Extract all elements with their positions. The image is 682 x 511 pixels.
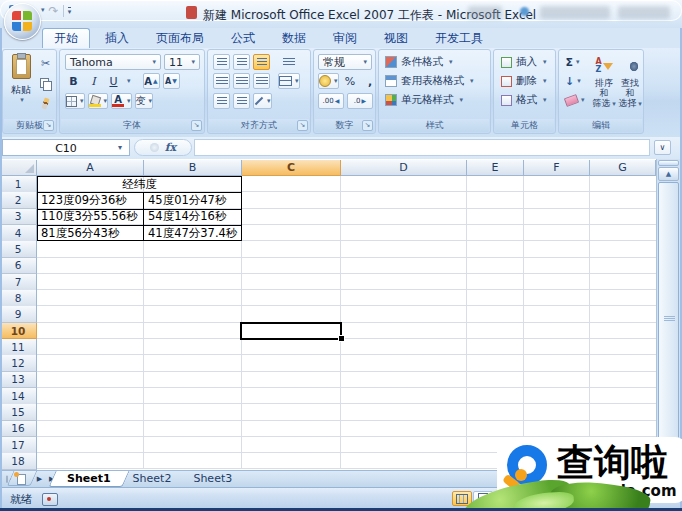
sort-filter-label2: 筛选 xyxy=(592,98,610,108)
paste-button[interactable]: 粘贴 ▾ xyxy=(6,54,36,118)
delete-cells-icon xyxy=(501,76,512,87)
increase-indent-button[interactable] xyxy=(233,93,250,109)
dropdown-icon: ▾ xyxy=(152,59,156,66)
expand-formula-bar-button[interactable]: ∨ xyxy=(654,140,671,155)
undo-dropdown-icon[interactable]: ▾ xyxy=(41,7,45,14)
vertical-scroll-thumb[interactable] xyxy=(658,182,679,454)
cut-button[interactable]: ✂ xyxy=(37,55,54,71)
increase-decimal-button[interactable]: .00◀ xyxy=(318,93,344,109)
borders-button[interactable]: ▾ xyxy=(65,93,85,109)
shrink-font-icon: A xyxy=(165,77,171,86)
customize-qat-icon[interactable]: ▾ xyxy=(68,7,72,15)
number-format-select[interactable]: 常规▾ xyxy=(318,54,372,70)
paste-icon xyxy=(12,54,31,79)
ribbon-tab-2[interactable]: 插入 xyxy=(93,28,141,49)
align-center-button[interactable] xyxy=(233,73,250,89)
format-painter-button[interactable] xyxy=(37,95,54,111)
ribbon-tab-8[interactable]: 开发工具 xyxy=(423,28,495,49)
office-logo-icon xyxy=(12,11,32,31)
format-cells-button[interactable]: 格式▾ xyxy=(501,92,547,108)
find-select-label2: 选择 xyxy=(618,98,636,108)
decrease-indent-button[interactable] xyxy=(213,93,230,109)
dropdown-icon: ▾ xyxy=(577,78,581,85)
wrap-text-button[interactable] xyxy=(280,54,297,70)
font-color-button[interactable]: A▾ xyxy=(111,93,132,109)
sheet-tab-Sheet3[interactable]: Sheet3 xyxy=(178,471,247,487)
cell-styles-button[interactable]: 单元格样式▾ xyxy=(385,92,463,108)
sheet-tab-Sheet1[interactable]: Sheet1 xyxy=(52,471,126,487)
qat-separator xyxy=(63,5,64,17)
fill-color-button[interactable]: ▾ xyxy=(88,93,109,109)
chevron-down-icon: ∨ xyxy=(660,143,666,152)
cell-styles-icon xyxy=(385,94,397,106)
sort-filter-button[interactable]: AZ 排序和 筛选▾ xyxy=(591,54,617,108)
ribbon-tab-3[interactable]: 页面布局 xyxy=(144,28,216,49)
increase-font-button[interactable]: A▲ xyxy=(143,73,160,89)
percent-button[interactable]: % xyxy=(342,73,359,89)
decrease-decimal-button[interactable]: .0▶ xyxy=(347,93,373,109)
styles-group-label: 样式 xyxy=(380,119,489,132)
merge-center-button[interactable]: ▾ xyxy=(278,73,300,89)
name-box-dropdown-icon[interactable]: ▾ xyxy=(118,143,122,152)
phonetic-button[interactable]: 变▾ xyxy=(135,93,154,109)
underline-button[interactable]: U xyxy=(105,73,122,89)
ribbon-tab-1[interactable]: 开始 xyxy=(42,28,90,49)
format-as-table-label: 套用表格格式 xyxy=(401,74,464,88)
align-top-button[interactable] xyxy=(213,54,230,70)
scroll-up-button[interactable]: ▲ xyxy=(658,167,679,181)
insert-function-button[interactable]: fx xyxy=(165,141,176,154)
ribbon-tab-5[interactable]: 数据 xyxy=(270,28,318,49)
comma-button[interactable]: , xyxy=(362,73,379,89)
clipboard-dialog-launcher[interactable]: ↘ xyxy=(43,120,54,131)
orientation-button[interactable]: ▾ xyxy=(253,93,272,109)
clear-button[interactable]: ▾ xyxy=(564,92,586,108)
number-dialog-launcher[interactable]: ↘ xyxy=(362,120,373,131)
alignment-dialog-launcher[interactable]: ↘ xyxy=(297,120,308,131)
paste-label: 粘贴 xyxy=(11,83,31,97)
vertical-split-handle[interactable] xyxy=(658,160,679,166)
align-left-icon xyxy=(216,77,228,86)
align-right-button[interactable] xyxy=(253,73,270,89)
align-middle-button[interactable] xyxy=(233,54,250,70)
redo-icon: ↷ xyxy=(49,5,59,17)
fill-button[interactable]: ↓▾ xyxy=(564,73,582,89)
select-all-corner[interactable] xyxy=(0,160,37,176)
dropdown-icon: ▾ xyxy=(638,100,642,108)
delete-cells-button[interactable]: 删除▾ xyxy=(501,73,547,89)
macro-record-icon[interactable] xyxy=(42,493,58,506)
find-select-button[interactable]: 查找和 选择▾ xyxy=(617,54,643,108)
insert-cells-button[interactable]: 插入▾ xyxy=(501,54,547,70)
font-dialog-launcher[interactable]: ↘ xyxy=(191,120,202,131)
eraser-icon xyxy=(564,94,579,107)
ribbon-tab-7[interactable]: 视图 xyxy=(372,28,420,49)
font-family-select[interactable]: Tahoma▾ xyxy=(65,54,161,70)
cut-icon: ✂ xyxy=(41,57,50,70)
font-size-select[interactable]: 11▾ xyxy=(164,54,200,70)
format-as-table-button[interactable]: 套用表格格式▾ xyxy=(385,73,474,89)
worksheet-area[interactable] xyxy=(2,159,656,470)
currency-button[interactable]: ▾ xyxy=(318,73,339,89)
grow-font-icon: A xyxy=(144,76,152,87)
align-bottom-button[interactable] xyxy=(253,54,270,70)
styles-group: 条件格式▾ 套用表格格式▾ 单元格样式▾ 样式 xyxy=(378,49,491,134)
autosum-button[interactable]: Σ▾ xyxy=(564,54,581,70)
copy-button[interactable] xyxy=(37,75,54,91)
insert-worksheet-tab[interactable] xyxy=(10,471,34,486)
document-icon xyxy=(186,6,197,19)
ribbon-tab-4[interactable]: 公式 xyxy=(219,28,267,49)
decrease-font-button[interactable]: A▼ xyxy=(163,73,180,89)
align-left-button[interactable] xyxy=(213,73,230,89)
bold-button[interactable]: B xyxy=(65,73,82,89)
phonetic-icon: 变 xyxy=(136,94,146,108)
italic-button[interactable]: I xyxy=(85,73,102,89)
conditional-formatting-button[interactable]: 条件格式▾ xyxy=(385,54,453,70)
conditional-formatting-label: 条件格式 xyxy=(401,55,443,69)
currency-icon xyxy=(319,75,331,87)
format-as-table-icon xyxy=(385,75,397,87)
formula-input[interactable] xyxy=(194,139,650,156)
ribbon-tab-6[interactable]: 审阅 xyxy=(321,28,369,49)
binoculars-icon xyxy=(622,61,638,72)
vertical-scrollbar[interactable]: ▲ ▼ xyxy=(656,159,680,470)
name-box[interactable]: C10 xyxy=(2,139,130,156)
dropdown-icon: ▾ xyxy=(543,78,547,85)
